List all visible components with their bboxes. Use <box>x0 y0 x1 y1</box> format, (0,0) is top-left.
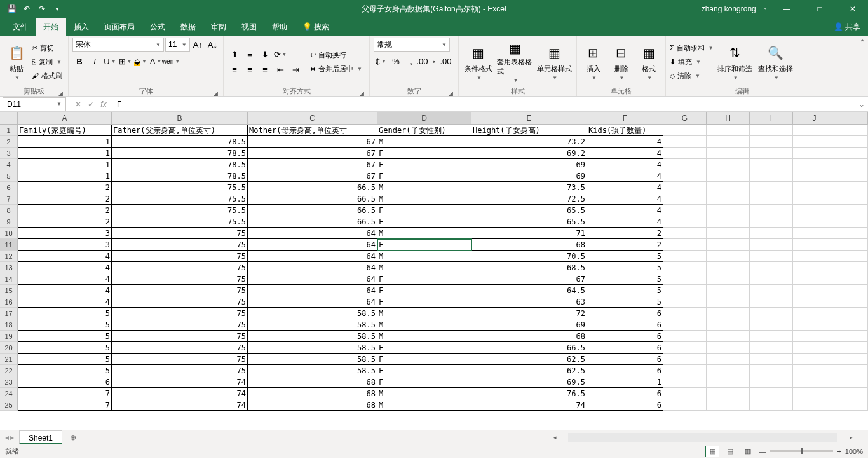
cell[interactable] <box>793 125 836 136</box>
cell[interactable] <box>707 262 750 273</box>
cell[interactable] <box>750 285 793 296</box>
font-color-button[interactable]: A▼ <box>149 54 163 68</box>
zoom-in-button[interactable]: + <box>837 448 841 455</box>
cell[interactable] <box>663 182 707 193</box>
cell[interactable]: 64 <box>248 251 377 262</box>
cell[interactable]: 5 <box>18 331 112 342</box>
cell[interactable] <box>663 399 707 411</box>
cell[interactable] <box>663 125 707 136</box>
row-header[interactable]: 17 <box>0 308 18 319</box>
cell[interactable] <box>663 354 707 365</box>
sort-filter-button[interactable]: ⇅排序和筛选▼ <box>716 41 754 83</box>
tab-insert[interactable]: 插入 <box>66 18 97 36</box>
cell[interactable] <box>750 262 793 273</box>
row-header[interactable]: 4 <box>0 159 18 170</box>
conditional-format-button[interactable]: ▦条件格式▼ <box>463 41 494 83</box>
cell[interactable]: 1 <box>18 148 112 159</box>
font-launcher-icon[interactable]: ◢ <box>212 88 219 96</box>
cell[interactable]: 1 <box>587 376 663 388</box>
cell[interactable]: F <box>377 354 471 365</box>
number-format-select[interactable]: 常规▼ <box>374 38 450 52</box>
cell[interactable]: 5 <box>18 342 112 354</box>
cell[interactable] <box>750 296 793 308</box>
cell[interactable] <box>793 205 836 216</box>
row-header[interactable]: 13 <box>0 262 18 273</box>
cell[interactable]: 72 <box>471 308 587 319</box>
cell[interactable] <box>663 273 707 285</box>
cell[interactable] <box>750 125 793 136</box>
cell[interactable] <box>707 354 750 365</box>
row-header[interactable]: 9 <box>0 216 18 228</box>
cell[interactable]: 67 <box>248 159 377 170</box>
phonetic-button[interactable]: wén▼ <box>164 54 178 68</box>
cell[interactable]: Kids(孩子数量) <box>587 125 663 136</box>
cell[interactable] <box>707 136 750 148</box>
currency-icon[interactable]: ₵▼ <box>374 54 388 68</box>
cell[interactable] <box>793 170 836 182</box>
row-header[interactable]: 23 <box>0 376 18 388</box>
cell[interactable]: M <box>377 399 471 411</box>
cell[interactable] <box>663 159 707 170</box>
row-header[interactable]: 16 <box>0 296 18 308</box>
cell[interactable]: 5 <box>18 354 112 365</box>
cell[interactable]: 3 <box>18 239 112 251</box>
cell[interactable] <box>663 342 707 354</box>
tab-formulas[interactable]: 公式 <box>142 18 173 36</box>
decrease-decimal-icon[interactable]: ←.00 <box>435 54 449 68</box>
cell[interactable]: 64.5 <box>471 285 587 296</box>
cell[interactable]: 58.5 <box>248 319 377 331</box>
tell-me[interactable]: 💡 搜索 <box>295 18 337 36</box>
tab-review[interactable]: 审阅 <box>203 18 234 36</box>
cell[interactable] <box>707 193 750 205</box>
cell[interactable] <box>663 308 707 319</box>
merge-center-button[interactable]: ⬌ 合并后居中▼ <box>310 62 362 75</box>
row-header[interactable]: 19 <box>0 331 18 342</box>
cell[interactable]: 4 <box>18 296 112 308</box>
horizontal-scrollbar[interactable]: ◂▸ <box>550 432 855 443</box>
cell[interactable] <box>663 148 707 159</box>
cell[interactable] <box>663 365 707 376</box>
cell[interactable]: F <box>377 216 471 228</box>
align-center-icon[interactable]: ≡ <box>243 62 257 76</box>
cell[interactable]: 74 <box>112 388 248 399</box>
cell[interactable]: 75 <box>112 331 248 342</box>
cell[interactable]: 68 <box>248 388 377 399</box>
insert-cells-button[interactable]: ⊞插入▼ <box>581 41 606 83</box>
cell[interactable]: M <box>377 182 471 193</box>
cell[interactable]: 2 <box>587 228 663 239</box>
cell[interactable]: 6 <box>587 399 663 411</box>
cell[interactable]: Height(子女身高) <box>471 125 587 136</box>
cell[interactable] <box>793 228 836 239</box>
cell[interactable]: M <box>377 251 471 262</box>
tab-file[interactable]: 文件 <box>5 18 36 36</box>
cell[interactable]: 2 <box>18 182 112 193</box>
row-header[interactable]: 25 <box>0 399 18 411</box>
row-header[interactable]: 3 <box>0 148 18 159</box>
cell[interactable]: 5 <box>18 365 112 376</box>
cell[interactable]: 75 <box>112 228 248 239</box>
row-header[interactable]: 15 <box>0 285 18 296</box>
cell[interactable] <box>707 342 750 354</box>
cell-styles-button[interactable]: ▦单元格样式▼ <box>536 41 573 83</box>
cell[interactable]: 63 <box>471 296 587 308</box>
cell[interactable]: 5 <box>587 262 663 273</box>
column-header[interactable]: B <box>112 112 248 125</box>
cell[interactable] <box>793 388 836 399</box>
cell[interactable]: 6 <box>587 319 663 331</box>
cell[interactable]: 5 <box>18 319 112 331</box>
cell[interactable]: 1 <box>18 170 112 182</box>
tab-home[interactable]: 开始 <box>36 18 66 36</box>
cell[interactable]: 4 <box>587 148 663 159</box>
cell[interactable]: 69.5 <box>471 376 587 388</box>
cell[interactable]: 64 <box>248 273 377 285</box>
sheet-nav-first-icon[interactable]: ◂ <box>5 433 9 442</box>
cell[interactable]: 7 <box>18 399 112 411</box>
cell[interactable]: Father(父亲身高,单位英寸) <box>112 125 248 136</box>
cell[interactable]: 75.5 <box>112 216 248 228</box>
cell[interactable]: 58.5 <box>248 331 377 342</box>
wrap-text-button[interactable]: ↩ 自动换行 <box>310 48 362 61</box>
cell[interactable] <box>707 388 750 399</box>
cell[interactable]: 66.5 <box>471 342 587 354</box>
cell[interactable]: 58.5 <box>248 308 377 319</box>
cell[interactable]: 2 <box>18 193 112 205</box>
